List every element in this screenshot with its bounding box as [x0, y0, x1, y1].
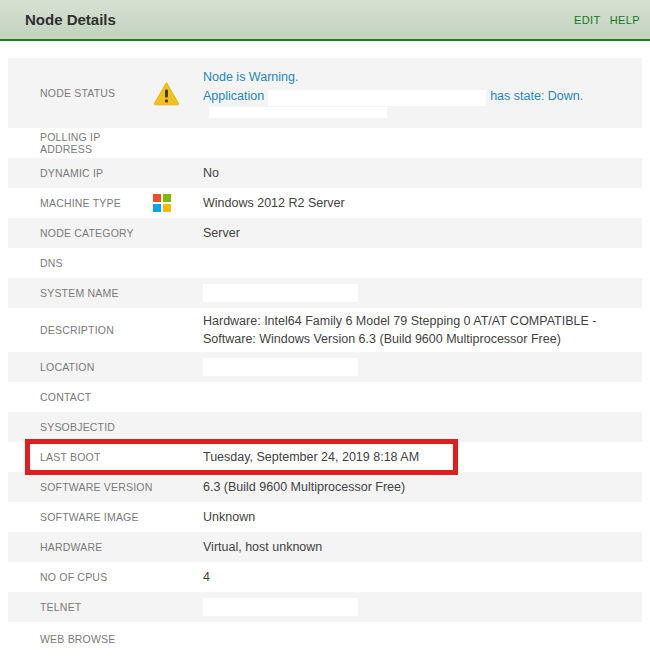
redaction-box [203, 358, 358, 376]
row-value [203, 598, 642, 617]
detail-row-node-status: NODE STATUSNode is Warning.Applicationha… [8, 58, 642, 128]
row-label: LAST BOOT [8, 451, 153, 463]
row-label: HARDWARE [8, 541, 153, 553]
detail-row-contact: CONTACT [8, 382, 642, 412]
row-value: Unknown [203, 508, 642, 526]
redaction-box [203, 598, 358, 616]
detail-row-location: LOCATION [8, 352, 642, 382]
row-label: POLLING IP ADDRESS [8, 131, 153, 155]
redaction-box [203, 284, 358, 302]
page-title: Node Details [25, 11, 116, 28]
row-label: CONTACT [8, 391, 153, 403]
detail-row-software-version: SOFTWARE VERSION6.3 (Build 9600 Multipro… [8, 472, 642, 502]
row-value: Hardware: Intel64 Family 6 Model 79 Step… [203, 312, 642, 348]
row-value: Tuesday, September 24, 2019 8:18 AM [203, 448, 642, 466]
row-label: NODE STATUS [8, 87, 153, 99]
row-label: SYSOBJECTID [8, 421, 153, 433]
status-line2-prefix: Application [203, 89, 264, 103]
detail-row-system-name: SYSTEM NAME [8, 278, 642, 308]
header-links: EDIT HELP [574, 14, 640, 26]
status-line-2: Applicationhas state: Down. [203, 87, 632, 105]
row-label: DYNAMIC IP [8, 167, 153, 179]
row-label: NODE CATEGORY [8, 227, 153, 239]
row-label: DNS [8, 257, 153, 269]
detail-row-telnet: TELNET [8, 592, 642, 622]
detail-row-sysobjectid: SYSOBJECTID [8, 412, 642, 442]
detail-row-dns: DNS [8, 248, 642, 278]
detail-row-node-category: NODE CATEGORYServer [8, 218, 642, 248]
row-value: Server [203, 224, 642, 242]
node-details-header: Node Details EDIT HELP [0, 0, 650, 41]
redaction-box [268, 90, 486, 106]
row-value: Windows 2012 R2 Server [203, 194, 642, 212]
status-line-1: Node is Warning. [203, 68, 632, 86]
row-label: SOFTWARE VERSION [8, 481, 153, 493]
row-label: SYSTEM NAME [8, 287, 153, 299]
detail-row-web-browse: WEB BROWSE [8, 622, 642, 655]
detail-row-hardware: HARDWAREVirtual, host unknown [8, 532, 642, 562]
row-label: MACHINE TYPE [8, 197, 153, 209]
row-value: 6.3 (Build 9600 Multiprocessor Free) [203, 478, 642, 496]
redaction-box [209, 107, 387, 118]
row-label: DESCRIPTION [8, 324, 153, 336]
status-line2-suffix: has state: Down. [490, 89, 583, 103]
detail-row-dynamic-ip: DYNAMIC IPNo [8, 158, 642, 188]
row-value: No [203, 164, 642, 182]
help-link[interactable]: HELP [610, 14, 640, 26]
detail-row-polling-ip-address: POLLING IP ADDRESS [8, 128, 642, 158]
row-value [203, 358, 642, 377]
row-label: WEB BROWSE [8, 633, 153, 645]
detail-row-no-of-cpus: NO OF CPUS4 [8, 562, 642, 592]
detail-row-last-boot: LAST BOOTTuesday, September 24, 2019 8:1… [8, 442, 642, 472]
row-label: TELNET [8, 601, 153, 613]
row-value: Node is Warning.Applicationhas state: Do… [203, 68, 642, 117]
row-value: 4 [203, 568, 642, 586]
edit-link[interactable]: EDIT [574, 14, 601, 26]
windows-logo-icon [153, 194, 203, 212]
detail-row-software-image: SOFTWARE IMAGEUnknown [8, 502, 642, 532]
detail-row-machine-type: MACHINE TYPEWindows 2012 R2 Server [8, 188, 642, 218]
row-value [203, 284, 642, 303]
row-label: NO OF CPUS [8, 571, 153, 583]
node-details-table: NODE STATUSNode is Warning.Applicationha… [0, 41, 650, 655]
row-value: Virtual, host unknown [203, 538, 642, 556]
row-label: LOCATION [8, 361, 153, 373]
detail-row-description: DESCRIPTIONHardware: Intel64 Family 6 Mo… [8, 308, 642, 352]
warning-icon [153, 81, 203, 106]
row-label: SOFTWARE IMAGE [8, 511, 153, 523]
